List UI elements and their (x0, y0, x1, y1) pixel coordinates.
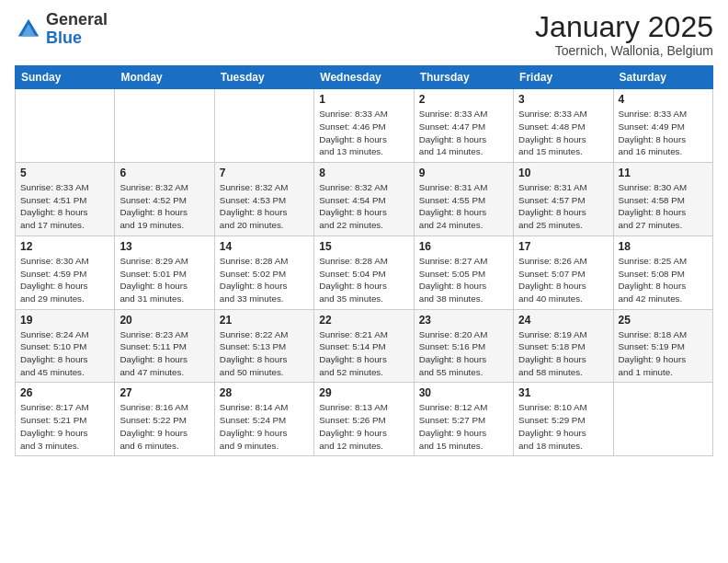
location: Toernich, Wallonia, Belgium (535, 43, 713, 58)
day-number: 11 (619, 167, 708, 179)
col-saturday: Saturday (613, 66, 712, 89)
calendar-cell: 15Sunrise: 8:28 AM Sunset: 5:04 PM Dayli… (314, 236, 414, 309)
day-number: 2 (419, 93, 508, 106)
calendar-cell: 12Sunrise: 8:30 AM Sunset: 4:59 PM Dayli… (16, 236, 115, 309)
day-number: 9 (419, 167, 508, 179)
calendar-cell: 1Sunrise: 8:33 AM Sunset: 4:46 PM Daylig… (314, 89, 414, 163)
title-block: January 2025 Toernich, Wallonia, Belgium (535, 11, 713, 58)
day-info: Sunrise: 8:30 AM Sunset: 4:58 PM Dayligh… (619, 181, 708, 232)
day-info: Sunrise: 8:31 AM Sunset: 4:57 PM Dayligh… (518, 181, 608, 232)
logo-text: General Blue (46, 11, 108, 48)
col-tuesday: Tuesday (214, 66, 313, 89)
day-number: 24 (518, 314, 608, 327)
day-info: Sunrise: 8:26 AM Sunset: 5:07 PM Dayligh… (518, 255, 608, 305)
logo-icon (15, 16, 42, 43)
day-info: Sunrise: 8:27 AM Sunset: 5:05 PM Dayligh… (419, 255, 508, 305)
day-info: Sunrise: 8:25 AM Sunset: 5:08 PM Dayligh… (619, 255, 708, 305)
header: General Blue January 2025 Toernich, Wall… (15, 11, 713, 58)
calendar-cell: 29Sunrise: 8:13 AM Sunset: 5:26 PM Dayli… (314, 383, 414, 456)
day-number: 1 (319, 93, 408, 106)
col-monday: Monday (115, 66, 214, 89)
day-number: 23 (419, 314, 508, 327)
day-info: Sunrise: 8:32 AM Sunset: 4:54 PM Dayligh… (319, 181, 408, 232)
day-info: Sunrise: 8:28 AM Sunset: 5:04 PM Dayligh… (319, 255, 408, 305)
calendar-week-2: 5Sunrise: 8:33 AM Sunset: 4:51 PM Daylig… (16, 163, 713, 236)
day-info: Sunrise: 8:28 AM Sunset: 5:02 PM Dayligh… (220, 255, 309, 305)
calendar-cell: 5Sunrise: 8:33 AM Sunset: 4:51 PM Daylig… (16, 163, 115, 236)
calendar-week-1: 1Sunrise: 8:33 AM Sunset: 4:46 PM Daylig… (16, 89, 713, 163)
day-number: 5 (20, 167, 109, 179)
day-number: 31 (518, 386, 608, 399)
calendar-cell: 16Sunrise: 8:27 AM Sunset: 5:05 PM Dayli… (414, 236, 513, 309)
logo-general: General (46, 11, 108, 29)
day-info: Sunrise: 8:33 AM Sunset: 4:51 PM Dayligh… (20, 181, 109, 232)
day-number: 14 (220, 240, 309, 253)
calendar-cell (214, 89, 313, 163)
calendar-cell (613, 383, 712, 456)
day-number: 8 (319, 167, 408, 179)
calendar-cell: 7Sunrise: 8:32 AM Sunset: 4:53 PM Daylig… (214, 163, 313, 236)
col-sunday: Sunday (16, 66, 115, 89)
day-info: Sunrise: 8:32 AM Sunset: 4:52 PM Dayligh… (119, 181, 209, 232)
day-number: 13 (119, 240, 209, 253)
day-number: 29 (319, 386, 408, 399)
calendar: Sunday Monday Tuesday Wednesday Thursday… (15, 65, 713, 456)
day-info: Sunrise: 8:33 AM Sunset: 4:48 PM Dayligh… (518, 108, 608, 158)
day-number: 17 (518, 240, 608, 253)
calendar-cell: 28Sunrise: 8:14 AM Sunset: 5:24 PM Dayli… (214, 383, 313, 456)
calendar-cell: 6Sunrise: 8:32 AM Sunset: 4:52 PM Daylig… (115, 163, 214, 236)
day-info: Sunrise: 8:20 AM Sunset: 5:16 PM Dayligh… (419, 328, 508, 379)
calendar-week-4: 19Sunrise: 8:24 AM Sunset: 5:10 PM Dayli… (16, 309, 713, 383)
calendar-cell: 22Sunrise: 8:21 AM Sunset: 5:14 PM Dayli… (314, 309, 414, 383)
calendar-cell: 30Sunrise: 8:12 AM Sunset: 5:27 PM Dayli… (414, 383, 513, 456)
day-info: Sunrise: 8:16 AM Sunset: 5:22 PM Dayligh… (119, 401, 209, 452)
col-wednesday: Wednesday (314, 66, 414, 89)
day-info: Sunrise: 8:10 AM Sunset: 5:29 PM Dayligh… (518, 401, 608, 452)
day-number: 21 (220, 314, 309, 327)
day-number: 25 (619, 314, 708, 327)
calendar-cell: 18Sunrise: 8:25 AM Sunset: 5:08 PM Dayli… (613, 236, 712, 309)
day-info: Sunrise: 8:19 AM Sunset: 5:18 PM Dayligh… (518, 328, 608, 379)
calendar-cell: 26Sunrise: 8:17 AM Sunset: 5:21 PM Dayli… (16, 383, 115, 456)
day-info: Sunrise: 8:17 AM Sunset: 5:21 PM Dayligh… (20, 401, 109, 452)
day-info: Sunrise: 8:33 AM Sunset: 4:47 PM Dayligh… (419, 108, 508, 158)
calendar-cell: 31Sunrise: 8:10 AM Sunset: 5:29 PM Dayli… (514, 383, 613, 456)
day-info: Sunrise: 8:18 AM Sunset: 5:19 PM Dayligh… (619, 328, 708, 379)
page: General Blue January 2025 Toernich, Wall… (0, 0, 728, 563)
calendar-cell: 2Sunrise: 8:33 AM Sunset: 4:47 PM Daylig… (414, 89, 513, 163)
month-title: January 2025 (535, 11, 713, 43)
day-number: 18 (619, 240, 708, 253)
calendar-cell: 21Sunrise: 8:22 AM Sunset: 5:13 PM Dayli… (214, 309, 313, 383)
calendar-cell: 13Sunrise: 8:29 AM Sunset: 5:01 PM Dayli… (115, 236, 214, 309)
calendar-cell: 3Sunrise: 8:33 AM Sunset: 4:48 PM Daylig… (514, 89, 613, 163)
calendar-cell: 4Sunrise: 8:33 AM Sunset: 4:49 PM Daylig… (613, 89, 712, 163)
calendar-cell (115, 89, 214, 163)
calendar-cell: 10Sunrise: 8:31 AM Sunset: 4:57 PM Dayli… (514, 163, 613, 236)
calendar-week-3: 12Sunrise: 8:30 AM Sunset: 4:59 PM Dayli… (16, 236, 713, 309)
day-number: 4 (619, 93, 708, 106)
day-info: Sunrise: 8:22 AM Sunset: 5:13 PM Dayligh… (220, 328, 309, 379)
day-number: 6 (119, 167, 209, 179)
day-number: 28 (220, 386, 309, 399)
day-info: Sunrise: 8:24 AM Sunset: 5:10 PM Dayligh… (20, 328, 109, 379)
col-friday: Friday (514, 66, 613, 89)
calendar-cell: 25Sunrise: 8:18 AM Sunset: 5:19 PM Dayli… (613, 309, 712, 383)
day-info: Sunrise: 8:30 AM Sunset: 4:59 PM Dayligh… (20, 255, 109, 305)
day-number: 16 (419, 240, 508, 253)
day-number: 7 (220, 167, 309, 179)
day-info: Sunrise: 8:12 AM Sunset: 5:27 PM Dayligh… (419, 401, 508, 452)
col-thursday: Thursday (414, 66, 513, 89)
day-info: Sunrise: 8:14 AM Sunset: 5:24 PM Dayligh… (220, 401, 309, 452)
day-number: 30 (419, 386, 508, 399)
calendar-cell: 8Sunrise: 8:32 AM Sunset: 4:54 PM Daylig… (314, 163, 414, 236)
day-info: Sunrise: 8:23 AM Sunset: 5:11 PM Dayligh… (119, 328, 209, 379)
day-info: Sunrise: 8:32 AM Sunset: 4:53 PM Dayligh… (220, 181, 309, 232)
day-info: Sunrise: 8:33 AM Sunset: 4:46 PM Dayligh… (319, 108, 408, 158)
day-info: Sunrise: 8:29 AM Sunset: 5:01 PM Dayligh… (119, 255, 209, 305)
calendar-cell: 27Sunrise: 8:16 AM Sunset: 5:22 PM Dayli… (115, 383, 214, 456)
calendar-cell: 14Sunrise: 8:28 AM Sunset: 5:02 PM Dayli… (214, 236, 313, 309)
calendar-cell: 20Sunrise: 8:23 AM Sunset: 5:11 PM Dayli… (115, 309, 214, 383)
calendar-cell: 9Sunrise: 8:31 AM Sunset: 4:55 PM Daylig… (414, 163, 513, 236)
calendar-cell: 24Sunrise: 8:19 AM Sunset: 5:18 PM Dayli… (514, 309, 613, 383)
calendar-cell (16, 89, 115, 163)
